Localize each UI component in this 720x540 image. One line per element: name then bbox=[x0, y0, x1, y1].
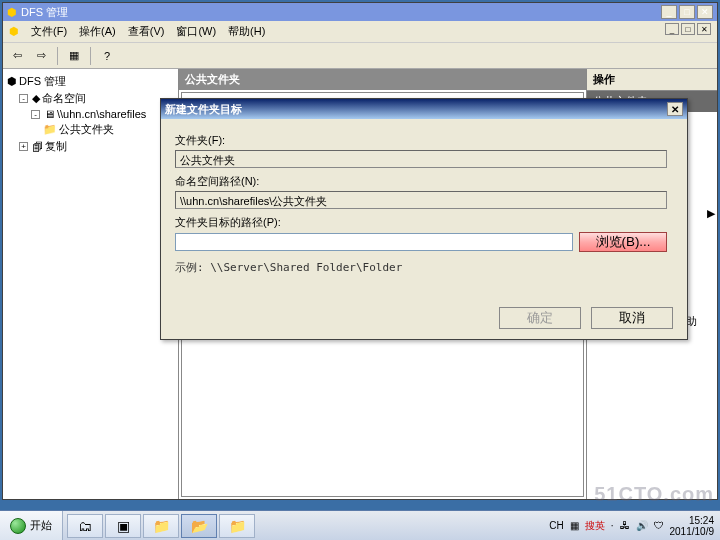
tool-bar: ⇦ ⇨ ▦ ? bbox=[3, 43, 717, 69]
target-path-label: 文件夹目标的路径(P): bbox=[175, 215, 673, 230]
dialog-titlebar[interactable]: 新建文件夹目标 ✕ bbox=[161, 99, 687, 119]
taskbar-item-folder2[interactable]: 📁 bbox=[219, 514, 255, 538]
expand-icon[interactable]: + bbox=[19, 142, 28, 151]
tree-namespace-label: 命名空间 bbox=[42, 91, 86, 106]
namespace-icon: ◆ bbox=[32, 92, 40, 105]
center-header: 公共文件夹 bbox=[179, 69, 586, 90]
folder-label: 文件夹(F): bbox=[175, 133, 673, 148]
taskbar[interactable]: 开始 🗂 ▣ 📁 📂 📁 CH ▦ 搜英 · 🖧 🔊 🛡 15:24 2011/… bbox=[0, 510, 720, 540]
folder-icon: 📁 bbox=[43, 123, 57, 136]
example-text: 示例: \\Server\Shared Folder\Folder bbox=[175, 260, 673, 275]
tree-pane[interactable]: ⬢ DFS 管理 - ◆ 命名空间 - 🖥 \\uhn.cn\sharefile… bbox=[3, 69, 179, 499]
close-button[interactable]: ✕ bbox=[697, 5, 713, 19]
target-path-input[interactable] bbox=[175, 233, 573, 251]
collapse-icon[interactable]: - bbox=[19, 94, 28, 103]
namespace-path-label: 命名空间路径(N): bbox=[175, 174, 673, 189]
start-label: 开始 bbox=[30, 518, 52, 533]
namespace-path-field: \\uhn.cn\sharefiles\公共文件夹 bbox=[175, 191, 667, 209]
tray-volume-icon[interactable]: 🔊 bbox=[636, 520, 648, 531]
tree-root-label: DFS 管理 bbox=[19, 74, 66, 89]
cancel-button[interactable]: 取消 bbox=[591, 307, 673, 329]
dfs-icon: ⬢ bbox=[7, 75, 17, 88]
menu-window[interactable]: 窗口(W) bbox=[176, 24, 216, 39]
back-button[interactable]: ⇦ bbox=[7, 46, 27, 66]
window-title: DFS 管理 bbox=[21, 5, 68, 20]
browse-button[interactable]: 浏览(B)... bbox=[579, 232, 667, 252]
separator-icon: · bbox=[611, 520, 614, 531]
tree-namespace[interactable]: - ◆ 命名空间 bbox=[7, 90, 174, 107]
dialog-close-button[interactable]: ✕ bbox=[667, 102, 683, 116]
tray-icon[interactable]: ▦ bbox=[570, 520, 579, 531]
replication-icon: 🗐 bbox=[32, 141, 43, 153]
ime-indicator[interactable]: 搜英 bbox=[585, 519, 605, 533]
tree-namespace-path-label: \\uhn.cn\sharefiles bbox=[57, 108, 146, 120]
clock[interactable]: 15:24 2011/10/9 bbox=[670, 515, 715, 537]
toolbar-separator bbox=[57, 47, 58, 65]
forward-button[interactable]: ⇨ bbox=[31, 46, 51, 66]
menu-view[interactable]: 查看(V) bbox=[128, 24, 165, 39]
app-icon: ⬢ bbox=[7, 6, 17, 19]
props-button[interactable]: ▦ bbox=[64, 46, 84, 66]
tree-replication-label: 复制 bbox=[45, 139, 67, 154]
pane-expand-arrow[interactable]: ▶ bbox=[705, 203, 717, 223]
taskbar-item-powershell[interactable]: ▣ bbox=[105, 514, 141, 538]
ok-button[interactable]: 确定 bbox=[499, 307, 581, 329]
clock-date: 2011/10/9 bbox=[670, 526, 715, 537]
help-button[interactable]: ? bbox=[97, 46, 117, 66]
watermark: 51CTO.com bbox=[594, 483, 714, 506]
taskbar-item-folder1[interactable]: 📁 bbox=[143, 514, 179, 538]
tray-network-icon[interactable]: 🖧 bbox=[620, 520, 630, 531]
menu-icon: ⬢ bbox=[9, 25, 19, 38]
minimize-button[interactable]: _ bbox=[661, 5, 677, 19]
collapse-icon[interactable]: - bbox=[31, 110, 40, 119]
start-orb-icon bbox=[10, 518, 26, 534]
actions-header: 操作 bbox=[587, 69, 717, 91]
window-titlebar[interactable]: ⬢ DFS 管理 _ □ ✕ bbox=[3, 3, 717, 21]
taskbar-item-explorer[interactable]: 🗂 bbox=[67, 514, 103, 538]
mdi-minimize-button[interactable]: _ bbox=[665, 23, 679, 35]
new-folder-target-dialog: 新建文件夹目标 ✕ 文件夹(F): 公共文件夹 命名空间路径(N): \\uhn… bbox=[160, 98, 688, 340]
tree-public-folder[interactable]: 📁 公共文件夹 bbox=[7, 121, 174, 138]
server-icon: 🖥 bbox=[44, 108, 55, 120]
taskbar-item-dfs[interactable]: 📂 bbox=[181, 514, 217, 538]
mdi-restore-button[interactable]: □ bbox=[681, 23, 695, 35]
menu-help[interactable]: 帮助(H) bbox=[228, 24, 265, 39]
menu-bar: ⬢ 文件(F) 操作(A) 查看(V) 窗口(W) 帮助(H) bbox=[3, 21, 717, 43]
start-button[interactable]: 开始 bbox=[0, 511, 63, 541]
clock-time: 15:24 bbox=[670, 515, 715, 526]
mdi-close-button[interactable]: ✕ bbox=[697, 23, 711, 35]
tree-root[interactable]: ⬢ DFS 管理 bbox=[7, 73, 174, 90]
tree-replication[interactable]: + 🗐 复制 bbox=[7, 138, 174, 155]
folder-field: 公共文件夹 bbox=[175, 150, 667, 168]
tray-security-icon[interactable]: 🛡 bbox=[654, 520, 664, 531]
dialog-title: 新建文件夹目标 bbox=[165, 102, 242, 117]
maximize-button[interactable]: □ bbox=[679, 5, 695, 19]
language-indicator[interactable]: CH bbox=[549, 520, 563, 531]
tree-public-folder-label: 公共文件夹 bbox=[59, 122, 114, 137]
menu-action[interactable]: 操作(A) bbox=[79, 24, 116, 39]
system-tray[interactable]: CH ▦ 搜英 · 🖧 🔊 🛡 15:24 2011/10/9 bbox=[543, 515, 720, 537]
menu-file[interactable]: 文件(F) bbox=[31, 24, 67, 39]
tree-namespace-path[interactable]: - 🖥 \\uhn.cn\sharefiles bbox=[7, 107, 174, 121]
toolbar-separator bbox=[90, 47, 91, 65]
